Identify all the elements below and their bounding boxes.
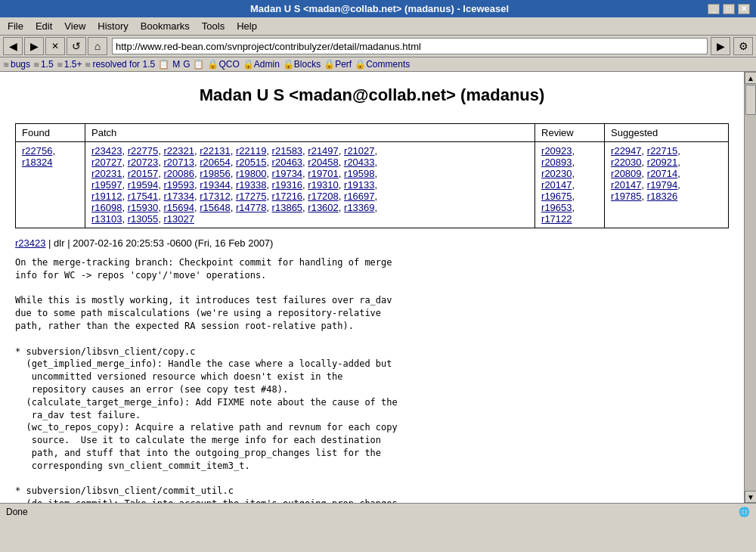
link-bugs[interactable]: ≋bugs xyxy=(3,59,30,70)
patch-link-r14778[interactable]: r14778 xyxy=(236,202,266,213)
patch-link-r21497[interactable]: r21497 xyxy=(308,145,338,157)
patch-link-r23423[interactable]: r23423 xyxy=(91,145,122,157)
scrollbar-track[interactable] xyxy=(745,84,756,491)
forward-button[interactable]: ▶ xyxy=(24,37,44,55)
review-link-r17122[interactable]: r17122 xyxy=(541,213,572,225)
patch-link-r19310[interactable]: r19310 xyxy=(308,179,338,191)
suggested-link-r20147[interactable]: r20147 xyxy=(611,179,641,191)
patch-link-r17216[interactable]: r17216 xyxy=(272,191,302,202)
patch-link-r16098[interactable]: r16098 xyxy=(91,202,122,213)
patch-link-r19597[interactable]: r19597 xyxy=(91,179,122,191)
commit-revision-link[interactable]: r23423 xyxy=(15,237,45,249)
suggested-link-r19794[interactable]: r19794 xyxy=(647,179,677,191)
suggested-link-r22715[interactable]: r22715 xyxy=(647,145,677,157)
suggested-link-r18326[interactable]: r18326 xyxy=(647,191,677,202)
settings-icon[interactable]: ⚙ xyxy=(733,37,753,55)
patch-link-r20231[interactable]: r20231 xyxy=(91,168,122,179)
link-1-5[interactable]: ≋1.5 xyxy=(33,59,54,70)
patch-link-r13602[interactable]: r13602 xyxy=(308,202,338,213)
reload-button[interactable]: ↺ xyxy=(67,37,86,55)
patch-link-r20713[interactable]: r20713 xyxy=(163,157,194,168)
scroll-up-button[interactable]: ▲ xyxy=(745,72,756,84)
suggested-link-r19785[interactable]: r19785 xyxy=(611,191,641,202)
patch-link-r17208[interactable]: r17208 xyxy=(308,191,338,202)
menu-edit[interactable]: Edit xyxy=(31,19,57,33)
link-qco[interactable]: 🔒QCO xyxy=(207,59,239,70)
patch-link-r20463[interactable]: r20463 xyxy=(272,157,302,168)
menu-bookmarks[interactable]: Bookmarks xyxy=(136,19,194,33)
patch-link-r17541[interactable]: r17541 xyxy=(128,191,158,202)
patch-link-r20458[interactable]: r20458 xyxy=(308,157,338,168)
patch-link-r17275[interactable]: r17275 xyxy=(236,191,266,202)
patch-link-r13369[interactable]: r13369 xyxy=(344,202,374,213)
suggested-link-r20921[interactable]: r20921 xyxy=(647,157,677,168)
address-input[interactable] xyxy=(112,38,708,54)
link-m[interactable]: M xyxy=(172,59,180,70)
patch-link-r17312[interactable]: r17312 xyxy=(200,191,230,202)
patch-link-r13055[interactable]: r13055 xyxy=(128,213,158,225)
menu-help[interactable]: Help xyxy=(232,19,262,33)
patch-link-r17334[interactable]: r17334 xyxy=(163,191,194,202)
patch-link-r19800[interactable]: r19800 xyxy=(236,168,266,179)
link-clipboard2[interactable]: 📋 xyxy=(193,59,204,70)
suggested-link-r20714[interactable]: r20714 xyxy=(647,168,677,179)
patch-link-r20157[interactable]: r20157 xyxy=(128,168,158,179)
patch-link-r13027[interactable]: r13027 xyxy=(163,213,194,225)
menu-history[interactable]: History xyxy=(93,19,132,33)
menu-file[interactable]: File xyxy=(3,19,28,33)
suggested-link-r22030[interactable]: r22030 xyxy=(611,157,641,168)
patch-link-r19701[interactable]: r19701 xyxy=(308,168,338,179)
patch-link-r19338[interactable]: r19338 xyxy=(236,179,266,191)
patch-link-r22131[interactable]: r22131 xyxy=(200,145,230,157)
review-link-r20147[interactable]: r20147 xyxy=(541,179,572,191)
stop-button[interactable]: ✕ xyxy=(45,37,65,55)
patch-link-r19112[interactable]: r19112 xyxy=(91,191,122,202)
patch-link-r19594[interactable]: r19594 xyxy=(128,179,158,191)
link-resolved[interactable]: ≋resolved for 1.5 xyxy=(85,59,155,70)
patch-link-r19316[interactable]: r19316 xyxy=(272,179,302,191)
menu-tools[interactable]: Tools xyxy=(197,19,229,33)
menu-view[interactable]: View xyxy=(60,19,90,33)
back-button[interactable]: ◀ xyxy=(3,37,23,55)
patch-link-r22119[interactable]: r22119 xyxy=(236,145,266,157)
maximize-button[interactable]: □ xyxy=(723,4,735,14)
patch-link-r20727[interactable]: r20727 xyxy=(91,157,122,168)
review-link-r19675[interactable]: r19675 xyxy=(541,191,572,202)
vertical-scrollbar[interactable]: ▲ ▼ xyxy=(744,72,756,503)
link-comments[interactable]: 🔒Comments xyxy=(355,59,410,70)
patch-link-r13865[interactable]: r13865 xyxy=(272,202,302,213)
suggested-link-r20809[interactable]: r20809 xyxy=(611,168,641,179)
patch-link-r20433[interactable]: r20433 xyxy=(344,157,374,168)
patch-link-r20654[interactable]: r20654 xyxy=(200,157,230,168)
patch-link-r13103[interactable]: r13103 xyxy=(91,213,122,225)
link-1-5plus[interactable]: ≋1.5+ xyxy=(57,59,82,70)
patch-link-r19856[interactable]: r19856 xyxy=(200,168,230,179)
suggested-link-r22947[interactable]: r22947 xyxy=(611,145,641,157)
found-link-r22756[interactable]: r22756 xyxy=(22,145,52,157)
review-link-r19653[interactable]: r19653 xyxy=(541,202,572,213)
patch-link-r16697[interactable]: r16697 xyxy=(344,191,374,202)
patch-link-r20723[interactable]: r20723 xyxy=(128,157,158,168)
review-link-r20893[interactable]: r20893 xyxy=(541,157,572,168)
home-button[interactable]: ⌂ xyxy=(88,37,107,55)
patch-link-r15930[interactable]: r15930 xyxy=(128,202,158,213)
patch-link-r15694[interactable]: r15694 xyxy=(163,202,194,213)
scroll-down-button[interactable]: ▼ xyxy=(745,491,756,503)
link-blocks[interactable]: 🔒Blocks xyxy=(283,59,321,70)
patch-link-r21583[interactable]: r21583 xyxy=(272,145,302,157)
minimize-button[interactable]: _ xyxy=(708,4,720,14)
go-button[interactable]: ▶ xyxy=(711,37,730,55)
link-g[interactable]: G xyxy=(183,59,190,70)
review-link-r20230[interactable]: r20230 xyxy=(541,168,572,179)
patch-link-r21027[interactable]: r21027 xyxy=(344,145,374,157)
found-link-r18324[interactable]: r18324 xyxy=(22,157,52,168)
link-perf[interactable]: 🔒Perf xyxy=(324,59,352,70)
patch-link-r20086[interactable]: r20086 xyxy=(163,168,194,179)
scrollbar-thumb[interactable] xyxy=(745,85,756,115)
patch-link-r19598[interactable]: r19598 xyxy=(344,168,374,179)
patch-link-r15648[interactable]: r15648 xyxy=(200,202,230,213)
patch-link-r19734[interactable]: r19734 xyxy=(272,168,302,179)
patch-link-r22321[interactable]: r22321 xyxy=(163,145,194,157)
patch-link-r19344[interactable]: r19344 xyxy=(200,179,230,191)
review-link-r20923[interactable]: r20923 xyxy=(541,145,572,157)
